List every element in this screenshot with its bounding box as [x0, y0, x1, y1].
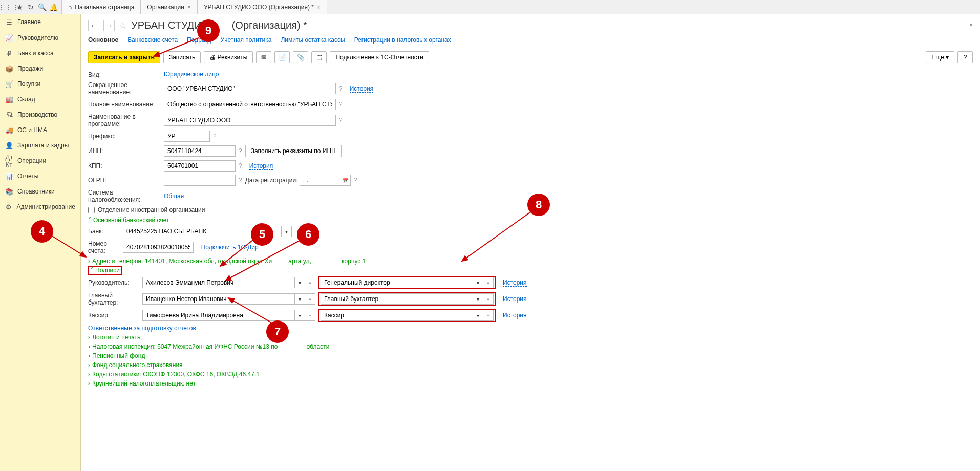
- sidebar-item-catalogs[interactable]: 📚Справочники: [0, 184, 80, 199]
- tab-urban-studio[interactable]: УРБАН СТУДИО ООО (Организация) * ×: [198, 0, 327, 14]
- help-icon[interactable]: ?: [339, 101, 343, 108]
- history-link[interactable]: История: [503, 295, 527, 303]
- foreign-checkbox[interactable]: [88, 207, 95, 213]
- chevron-right-icon[interactable]: ›: [88, 343, 90, 350]
- open-icon[interactable]: ▫: [483, 277, 494, 288]
- chevron-down-icon[interactable]: ˅: [90, 267, 93, 274]
- prefix-input[interactable]: [164, 131, 210, 142]
- tax-value[interactable]: Общая: [164, 192, 184, 200]
- dropdown-icon[interactable]: ▾: [473, 310, 483, 321]
- save-close-button[interactable]: Записать и закрыть: [88, 51, 160, 63]
- chevron-down-icon[interactable]: ˅: [88, 217, 91, 224]
- section-codes[interactable]: Коды статистики: ОКОПФ 12300, ОКФС 16, О…: [92, 371, 260, 378]
- apps-icon[interactable]: ⋮⋮⋮: [3, 2, 13, 12]
- help-icon[interactable]: ?: [339, 117, 343, 124]
- dropdown-icon[interactable]: ▾: [295, 310, 305, 321]
- section-big[interactable]: Крупнейший налогоплательщик: нет: [92, 380, 196, 387]
- close-icon[interactable]: ×: [187, 4, 191, 11]
- sidebar-item-reports[interactable]: 📊Отчеты: [0, 168, 80, 184]
- sidebar-item-salary[interactable]: 👤Зарплата и кадры: [0, 138, 80, 153]
- ruk-input[interactable]: [142, 277, 295, 288]
- tab-home[interactable]: ⌂ Начальная страница: [61, 0, 141, 14]
- close-icon[interactable]: ×: [317, 4, 321, 11]
- dropdown-icon[interactable]: ▾: [295, 293, 305, 305]
- cash-input[interactable]: [142, 310, 295, 321]
- bell-icon[interactable]: 🔔: [48, 2, 58, 12]
- connect-direct-link[interactable]: Подключить 1С-Дир: [201, 244, 259, 251]
- sidebar-item-sales[interactable]: 📦Продажи: [0, 61, 80, 76]
- open-icon[interactable]: ▫: [305, 310, 315, 321]
- section-taxinsp[interactable]: Налоговая инспекция: 5047 Межрайонная ИФ…: [92, 343, 329, 350]
- history-link[interactable]: История: [503, 312, 527, 319]
- sidebar-item-operations[interactable]: ДтКтОперации: [0, 153, 80, 168]
- help-icon[interactable]: ?: [213, 133, 217, 140]
- open-icon[interactable]: ▫: [483, 310, 494, 321]
- dropdown-icon[interactable]: ▾: [473, 277, 483, 288]
- open-icon[interactable]: ▫: [305, 277, 315, 288]
- forward-button[interactable]: →: [103, 20, 115, 31]
- ruk-pos-input[interactable]: [321, 277, 473, 288]
- section-bank[interactable]: Основной банковский счет: [93, 217, 169, 224]
- history-icon[interactable]: ↻: [26, 2, 36, 12]
- requisites-button[interactable]: 🖨 Реквизиты: [204, 51, 253, 63]
- acc-input[interactable]: [123, 242, 194, 253]
- section-soc[interactable]: Фонд социального страхования: [92, 361, 183, 369]
- subtab-limits[interactable]: Лимиты остатка кассы: [281, 36, 345, 45]
- favorite-star-icon[interactable]: ☆: [119, 20, 127, 31]
- open-icon[interactable]: ▫: [305, 293, 315, 305]
- help-icon[interactable]: ?: [239, 177, 242, 184]
- cash-pos-input[interactable]: [321, 310, 473, 321]
- full-input[interactable]: [164, 99, 336, 110]
- sidebar-item-assets[interactable]: 🚚ОС и НМА: [0, 122, 80, 138]
- fill-by-inn-button[interactable]: Заполнить реквизиты по ИНН: [245, 145, 342, 157]
- doc-button[interactable]: 📄: [274, 51, 290, 63]
- search-icon[interactable]: 🔍: [37, 2, 47, 12]
- help-icon[interactable]: ?: [239, 147, 242, 155]
- dropdown-icon[interactable]: ▾: [295, 277, 305, 288]
- back-button[interactable]: ←: [88, 20, 99, 31]
- regdate-input[interactable]: [300, 175, 340, 186]
- section-signs[interactable]: Подписи: [95, 267, 120, 274]
- attach-button[interactable]: 📎: [293, 51, 308, 63]
- calendar-icon[interactable]: 📅: [340, 175, 351, 186]
- sidebar-item-manager[interactable]: 📈Руководителю: [0, 30, 80, 46]
- chevron-right-icon[interactable]: ›: [88, 258, 90, 265]
- chevron-right-icon[interactable]: ›: [88, 361, 90, 369]
- sidebar-item-production[interactable]: 🏗Производство: [0, 107, 80, 122]
- connect-1c-button[interactable]: Подключение к 1С-Отчетности: [330, 51, 429, 63]
- chevron-right-icon[interactable]: ›: [88, 334, 90, 341]
- chevron-right-icon[interactable]: ›: [88, 380, 90, 387]
- save-button[interactable]: Записать: [163, 51, 201, 63]
- star-icon[interactable]: ★: [14, 2, 25, 12]
- email-button[interactable]: ✉: [256, 51, 271, 63]
- sidebar-item-main[interactable]: ☰Главное: [0, 14, 80, 30]
- history-link[interactable]: История: [249, 162, 273, 170]
- subtab-policy[interactable]: Учетная политика: [221, 36, 272, 45]
- subtab-main[interactable]: Основное: [88, 36, 118, 45]
- acc-pos-input[interactable]: [321, 293, 473, 305]
- sidebar-item-admin[interactable]: ⚙Администрирование: [0, 199, 80, 215]
- sidebar-item-purchases[interactable]: 🛒Покупки: [0, 76, 80, 92]
- acc-input[interactable]: [142, 293, 295, 305]
- sidebar-item-warehouse[interactable]: 🏭Склад: [0, 92, 80, 107]
- chevron-right-icon[interactable]: ›: [88, 352, 90, 359]
- section-address[interactable]: Адрес и телефон: 141401, Московская обл,…: [92, 258, 366, 265]
- help-icon[interactable]: ?: [239, 162, 242, 169]
- kpp-input[interactable]: [164, 160, 236, 172]
- dropdown-icon[interactable]: ▾: [473, 293, 483, 305]
- subtab-bank[interactable]: Банковские счета: [127, 36, 178, 45]
- close-icon[interactable]: ×: [969, 22, 973, 29]
- edo-button[interactable]: ⬚: [311, 51, 327, 63]
- section-pens[interactable]: Пенсионный фонд: [92, 352, 145, 359]
- open-icon[interactable]: ▫: [483, 293, 494, 305]
- help-icon[interactable]: ?: [339, 85, 343, 92]
- more-button[interactable]: Еще ▾: [926, 51, 954, 63]
- help-button[interactable]: ?: [957, 51, 973, 63]
- vid-value[interactable]: Юридическое лицо: [164, 71, 219, 78]
- tab-organizations[interactable]: Организации ×: [141, 0, 198, 14]
- prog-input[interactable]: [164, 115, 336, 126]
- history-link[interactable]: История: [350, 85, 374, 93]
- inn-input[interactable]: [164, 145, 236, 157]
- sidebar-item-bank[interactable]: ₽Банк и касса: [0, 46, 80, 61]
- history-link[interactable]: История: [503, 279, 527, 287]
